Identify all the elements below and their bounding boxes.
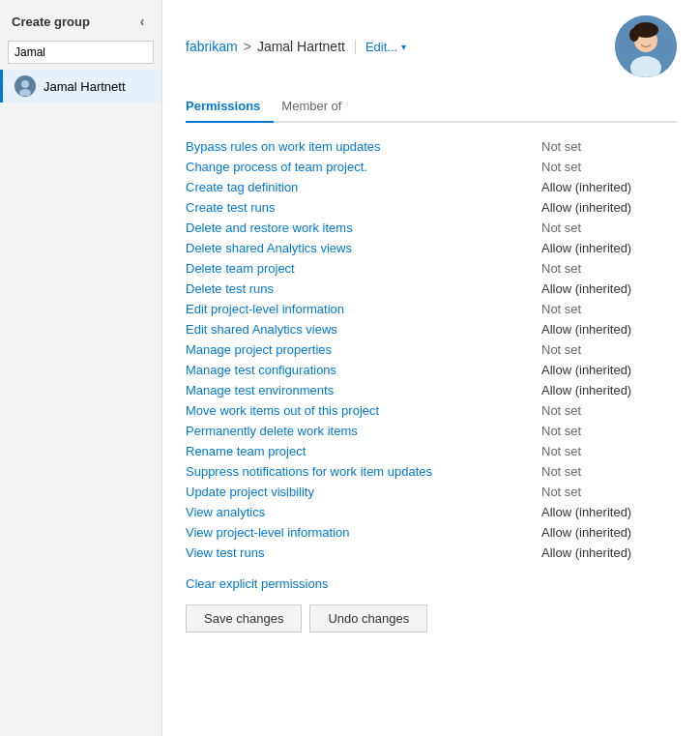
permission-value: Not set: [541, 160, 677, 174]
permission-name[interactable]: Bypass rules on work item updates: [186, 139, 541, 154]
user-avatar: [615, 15, 677, 77]
permission-name[interactable]: Permanently delete work items: [186, 424, 541, 438]
svg-point-1: [19, 89, 31, 96]
table-row: View analyticsAllow (inherited): [186, 502, 677, 522]
breadcrumb: fabrikam > Jamal Hartnett Edit... ▾: [186, 39, 406, 54]
sidebar: Create group ‹ Jamal Hartnett: [0, 0, 162, 736]
permission-name[interactable]: View analytics: [186, 505, 541, 519]
table-row: Delete team projectNot set: [186, 258, 677, 279]
permission-value: Not set: [541, 342, 677, 357]
permission-name[interactable]: Rename team project: [186, 444, 541, 458]
permission-value: Not set: [541, 444, 677, 458]
breadcrumb-org[interactable]: fabrikam: [186, 39, 238, 54]
collapse-icon[interactable]: ‹: [134, 14, 150, 29]
avatar-small: [15, 75, 36, 97]
tabs-container: Permissions Member of: [186, 93, 677, 123]
permission-name[interactable]: Delete and restore work items: [186, 221, 541, 235]
permission-name[interactable]: View test runs: [186, 545, 541, 560]
permission-value: Allow (inherited): [541, 180, 677, 194]
permission-value: Allow (inherited): [541, 505, 677, 519]
permission-name[interactable]: Manage test configurations: [186, 363, 541, 377]
permissions-list: Bypass rules on work item updatesNot set…: [186, 136, 677, 563]
page-header: fabrikam > Jamal Hartnett Edit... ▾: [186, 15, 677, 77]
permission-value: Not set: [541, 464, 677, 479]
permission-name[interactable]: Suppress notifications for work item upd…: [186, 464, 541, 479]
table-row: Delete test runsAllow (inherited): [186, 279, 677, 299]
breadcrumb-separator: >: [244, 39, 251, 54]
table-row: Rename team projectNot set: [186, 441, 677, 461]
permission-value: Allow (inherited): [541, 281, 677, 296]
table-row: Change process of team project.Not set: [186, 157, 677, 177]
permission-value: Allow (inherited): [541, 241, 677, 255]
permission-value: Not set: [541, 403, 677, 418]
permission-name[interactable]: Update project visibility: [186, 485, 541, 499]
save-button[interactable]: Save changes: [186, 604, 302, 633]
tab-member-of[interactable]: Member of: [281, 93, 355, 123]
create-group-header: Create group ‹: [0, 8, 161, 35]
permission-value: Not set: [541, 221, 677, 235]
permission-name[interactable]: Change process of team project.: [186, 160, 541, 174]
table-row: Manage test environmentsAllow (inherited…: [186, 380, 677, 400]
svg-point-0: [21, 80, 29, 88]
permission-name[interactable]: Create tag definition: [186, 180, 541, 194]
undo-button[interactable]: Undo changes: [309, 604, 427, 633]
permission-value: Allow (inherited): [541, 383, 677, 397]
breadcrumb-user: Jamal Hartnett: [257, 39, 345, 54]
table-row: Edit shared Analytics viewsAllow (inheri…: [186, 319, 677, 339]
table-row: Manage project propertiesNot set: [186, 339, 677, 360]
permission-value: Allow (inherited): [541, 200, 677, 215]
permission-value: Allow (inherited): [541, 525, 677, 540]
main-content: fabrikam > Jamal Hartnett Edit... ▾: [162, 0, 700, 736]
permission-value: Allow (inherited): [541, 545, 677, 560]
footer-buttons: Save changes Undo changes: [186, 604, 677, 633]
sidebar-user-item[interactable]: Jamal Hartnett: [0, 70, 161, 103]
permission-name[interactable]: Delete shared Analytics views: [186, 241, 541, 255]
permission-value: Allow (inherited): [541, 363, 677, 377]
tab-permissions[interactable]: Permissions: [186, 93, 274, 123]
table-row: Manage test configurationsAllow (inherit…: [186, 360, 677, 380]
permission-value: Not set: [541, 261, 677, 276]
table-row: Create test runsAllow (inherited): [186, 197, 677, 218]
permission-name[interactable]: View project-level information: [186, 525, 541, 540]
table-row: Suppress notifications for work item upd…: [186, 461, 677, 482]
search-container: [8, 41, 154, 64]
permission-value: Not set: [541, 424, 677, 438]
permission-value: Not set: [541, 302, 677, 316]
table-row: Bypass rules on work item updatesNot set: [186, 136, 677, 157]
permission-name[interactable]: Manage test environments: [186, 383, 541, 397]
chevron-down-icon: ▾: [401, 42, 406, 52]
permission-name[interactable]: Edit shared Analytics views: [186, 322, 541, 337]
permission-name[interactable]: Edit project-level information: [186, 302, 541, 316]
permission-name[interactable]: Create test runs: [186, 200, 541, 215]
create-group-label: Create group: [12, 15, 90, 29]
permission-name[interactable]: Delete team project: [186, 261, 541, 276]
clear-permissions-link[interactable]: Clear explicit permissions: [186, 576, 328, 591]
table-row: Delete and restore work itemsNot set: [186, 218, 677, 238]
svg-point-5: [629, 28, 639, 42]
table-row: Permanently delete work itemsNot set: [186, 421, 677, 441]
permission-name[interactable]: Move work items out of this project: [186, 403, 541, 418]
permission-value: Allow (inherited): [541, 322, 677, 337]
permission-name[interactable]: Manage project properties: [186, 342, 541, 357]
search-input[interactable]: [8, 41, 154, 64]
table-row: Update project visibilityNot set: [186, 482, 677, 502]
permission-value: Not set: [541, 139, 677, 154]
table-row: Move work items out of this projectNot s…: [186, 400, 677, 421]
sidebar-user-name: Jamal Hartnett: [44, 79, 126, 94]
table-row: View project-level informationAllow (inh…: [186, 522, 677, 543]
edit-dropdown[interactable]: Edit... ▾: [355, 40, 406, 54]
table-row: Delete shared Analytics viewsAllow (inhe…: [186, 238, 677, 258]
table-row: Create tag definitionAllow (inherited): [186, 177, 677, 197]
permission-value: Not set: [541, 485, 677, 499]
table-row: Edit project-level informationNot set: [186, 299, 677, 319]
edit-label: Edit...: [365, 40, 397, 54]
table-row: View test runsAllow (inherited): [186, 543, 677, 563]
permission-name[interactable]: Delete test runs: [186, 281, 541, 296]
